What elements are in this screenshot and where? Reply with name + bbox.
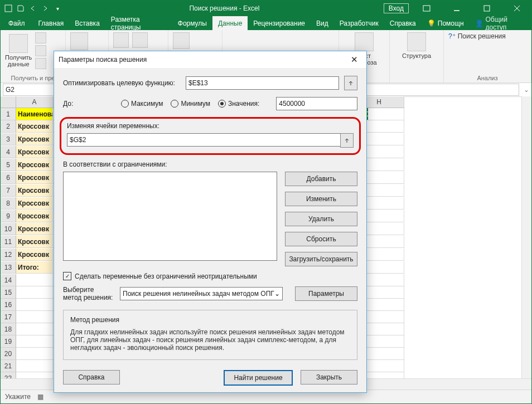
refresh-icon[interactable]	[70, 32, 88, 50]
ribbon-options-icon[interactable]	[414, 1, 439, 16]
close-button[interactable]: Закрыть	[301, 370, 357, 384]
row-header[interactable]: 6	[1, 172, 16, 184]
cell[interactable]	[16, 335, 53, 348]
params-button[interactable]: Параметры	[295, 286, 357, 301]
cell[interactable]	[16, 311, 53, 323]
row-header[interactable]: 7	[1, 184, 16, 197]
maximize-button[interactable]	[475, 1, 499, 16]
cell[interactable]: Кроссовк	[16, 210, 53, 222]
cell[interactable]: Наименование	[16, 108, 53, 120]
save-icon[interactable]	[16, 4, 25, 13]
cell[interactable]: Кроссовк	[16, 184, 53, 197]
get-data-button[interactable]: Получить данные	[5, 34, 32, 67]
sort-icon[interactable]	[113, 32, 129, 48]
objective-input[interactable]: $E$13	[186, 76, 339, 90]
cell[interactable]: Кроссовк	[16, 249, 53, 261]
expand-formula-bar-icon[interactable]: ⌄	[521, 86, 531, 94]
method-combo[interactable]: Поиск решения нелинейных задач методом О…	[120, 287, 283, 300]
name-box[interactable]: G2	[3, 84, 59, 96]
row-header[interactable]: 18	[1, 323, 16, 335]
tab-pagelayout[interactable]: Разметка страницы	[105, 16, 172, 30]
row-header[interactable]: 12	[1, 249, 16, 261]
column-header[interactable]: A	[16, 96, 53, 108]
row-header[interactable]: 10	[1, 223, 16, 235]
row-header[interactable]: 17	[1, 311, 16, 323]
share-button[interactable]: 👤Общий доступ	[470, 16, 531, 30]
solver-button[interactable]: ?⁺ Поиск решения	[448, 32, 526, 40]
dialog-close-button[interactable]: ✕	[346, 53, 362, 66]
cell[interactable]	[16, 286, 53, 299]
redo-icon[interactable]	[41, 4, 50, 13]
close-window-button[interactable]	[505, 1, 529, 16]
vars-refpicker-icon[interactable]	[340, 133, 354, 148]
row-header[interactable]: 15	[1, 286, 16, 299]
tab-data[interactable]: Данные	[212, 16, 248, 30]
tab-view[interactable]: Вид	[311, 16, 334, 30]
help-button[interactable]: Справка	[63, 370, 120, 384]
objective-refpicker-icon[interactable]	[344, 76, 357, 90]
from-table-icon[interactable]	[35, 58, 46, 69]
row-header[interactable]: 3	[1, 133, 16, 145]
cell[interactable]: Кроссовк	[16, 223, 53, 235]
tab-review[interactable]: Рецензирование	[248, 16, 311, 30]
from-text-icon[interactable]	[35, 32, 46, 43]
dialog-titlebar[interactable]: Параметры поиска решения ✕	[54, 51, 366, 68]
vertical-scrollbar[interactable]	[521, 96, 531, 379]
tab-developer[interactable]: Разработчик	[334, 16, 384, 30]
row-header[interactable]: 5	[1, 159, 16, 171]
solve-button[interactable]: Найти решение	[224, 370, 293, 386]
delete-button[interactable]: Удалить	[285, 212, 357, 226]
autosave-icon[interactable]	[4, 4, 13, 13]
loadsave-button[interactable]: Загрузить/сохранить	[285, 252, 357, 266]
row-header[interactable]: 16	[1, 299, 16, 311]
row-header[interactable]: 9	[1, 210, 16, 222]
filter-icon[interactable]	[132, 32, 148, 48]
radio-min[interactable]: Минимум	[171, 100, 210, 108]
qat-dropdown-icon[interactable]: ▾	[53, 4, 62, 13]
row-header[interactable]: 19	[1, 335, 16, 348]
cell[interactable]	[16, 299, 53, 311]
radio-max[interactable]: Максимум	[121, 100, 163, 108]
constraints-listbox[interactable]	[63, 172, 277, 261]
tab-help[interactable]: Справка	[384, 16, 422, 30]
row-header[interactable]: 11	[1, 236, 16, 248]
cell[interactable]	[16, 323, 53, 335]
tell-me[interactable]: 💡Помощн	[422, 16, 470, 30]
add-button[interactable]: Добавить	[285, 172, 357, 186]
cell[interactable]: Кроссовк	[16, 133, 53, 145]
outline-button[interactable]: Структура	[394, 32, 439, 59]
cell[interactable]: Кроссовк	[16, 172, 53, 184]
cell[interactable]	[16, 360, 53, 372]
undo-icon[interactable]	[28, 4, 37, 13]
cell[interactable]: Итого:	[16, 261, 53, 274]
text-to-columns-icon[interactable]	[173, 32, 190, 49]
cell[interactable]: Кроссовк	[16, 236, 53, 248]
row-header[interactable]: 4	[1, 146, 16, 158]
cell[interactable]	[16, 274, 53, 286]
radio-value[interactable]: Значения:	[218, 100, 259, 108]
vars-input[interactable]: $G$2	[67, 133, 341, 147]
cell[interactable]: Кроссовк	[16, 197, 53, 210]
row-header[interactable]: 13	[1, 261, 16, 274]
row-header[interactable]: 21	[1, 360, 16, 372]
from-web-icon[interactable]	[35, 45, 46, 56]
tab-formulas[interactable]: Формулы	[172, 16, 212, 30]
row-header[interactable]: 2	[1, 120, 16, 133]
row-header[interactable]: 14	[1, 274, 16, 286]
value-input[interactable]: 4500000	[276, 97, 357, 110]
minimize-button[interactable]	[444, 1, 469, 16]
cell[interactable]: Кроссовк	[16, 159, 53, 171]
row-header[interactable]: 20	[1, 348, 16, 360]
change-button[interactable]: Изменить	[285, 192, 357, 206]
macro-record-icon[interactable]: ▦	[37, 393, 43, 401]
login-button[interactable]: Вход	[384, 3, 409, 13]
tab-home[interactable]: Главная	[33, 16, 70, 30]
cell[interactable]	[16, 348, 53, 360]
row-header[interactable]: 8	[1, 197, 16, 210]
reset-button[interactable]: Сбросить	[285, 232, 357, 246]
tab-insert[interactable]: Вставка	[69, 16, 105, 30]
tab-file[interactable]: Файл	[1, 16, 33, 30]
nonneg-checkbox[interactable]: ✓ Сделать переменные без ограничений нео…	[63, 272, 357, 280]
cell[interactable]: Кроссовк	[16, 120, 53, 133]
row-header[interactable]: 1	[1, 108, 16, 120]
